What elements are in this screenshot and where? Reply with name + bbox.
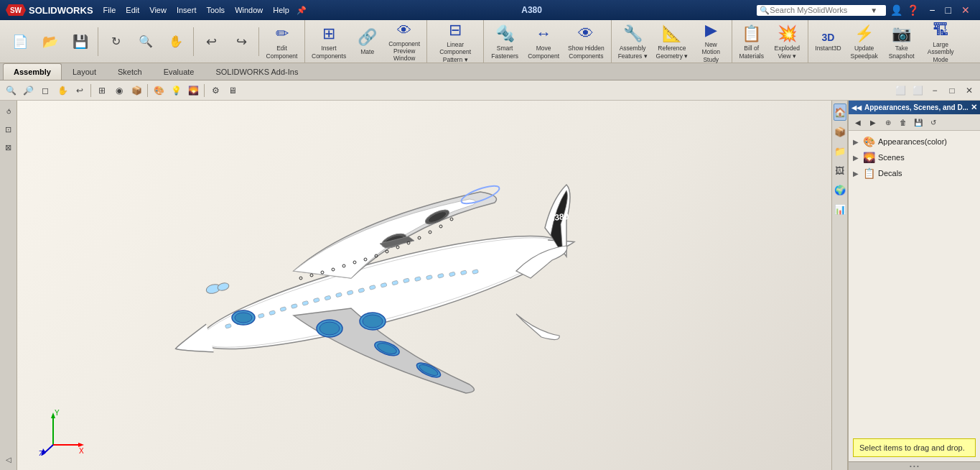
vt-zoom-previous[interactable]: ◻ [37,83,53,98]
component-preview-button[interactable]: 👁 ComponentPreviewWindow [385,19,424,65]
vt-zoom-to-fit[interactable]: 🔍 [3,83,19,98]
vt-zoom-area[interactable]: 🔎 [20,83,36,98]
pin-icon[interactable]: 📌 [297,6,307,15]
left-sidebar: ⟲ ⊡ ⊠ ◁ [0,101,17,470]
vt-view-orientation[interactable]: 📦 [129,83,144,98]
tab-layout[interactable]: Layout [62,63,107,80]
vt-display-style[interactable]: ⊞ [94,83,110,98]
vt-display-full[interactable]: 🖥 [225,83,241,98]
large-assembly-mode-button[interactable]: 🏗 LargeAssemblyMode [921,17,961,65]
vt-expand-left[interactable]: ⬜ [892,83,908,98]
left-sidebar-button-3[interactable]: ⊠ [1,139,17,155]
panel-nav-save[interactable]: 💾 [912,116,925,129]
ribbon-sep-4 [611,20,612,63]
scenes-item[interactable]: ▶ 🌄 Scenes [851,149,977,165]
tab-addins[interactable]: SOLIDWORKS Add-Ins [205,63,309,80]
insert-components-button[interactable]: ⊞ InsertComponents [308,21,350,61]
qa-new-button[interactable]: 📄 [6,24,34,60]
maximize-button[interactable]: □ [941,4,956,16]
panel-nav-refresh[interactable]: ↺ [927,116,940,129]
ribbon-sep-5 [732,20,732,63]
appearances-icon-button[interactable]: 🏠 [834,103,846,121]
tab-sketch[interactable]: Sketch [107,63,153,80]
chart-icon-button[interactable]: 📊 [834,201,846,218]
decals-item[interactable]: ▶ 📋 Decals [851,165,977,181]
qa-pan-button[interactable]: ✋ [162,24,190,60]
vt-expand-right[interactable]: ⬜ [910,83,925,98]
menu-tools[interactable]: Tools [202,4,229,16]
tooltip-text: Select items to drag and drop. [859,443,965,452]
qa-redo-button[interactable]: ↪ [227,24,256,60]
appearances-panel: ◀◀ Appearances, Scenes, and D... ✕ ◀ ▶ ⊕… [847,101,980,470]
show-hidden-button[interactable]: 👁 Show HiddenComponents [564,21,608,61]
vt-pan[interactable]: ✋ [55,83,70,98]
tab-assembly[interactable]: Assembly [3,63,62,80]
panel-nav-delete[interactable]: 🗑 [897,116,910,129]
vt-maximize-viewport[interactable]: □ [944,83,960,98]
appearances-item[interactable]: ▶ 🎨 Appearances(color) [851,134,977,149]
menu-window[interactable]: Window [230,4,267,16]
smart-fasteners-button[interactable]: 🔩 SmartFasteners [487,21,523,61]
svg-point-55 [429,231,431,234]
vt-section-view[interactable]: ◉ [111,83,127,98]
menu-insert[interactable]: Insert [172,4,201,16]
document-title: A380 [307,5,757,15]
world-icon-button[interactable]: 🌍 [834,181,846,198]
new-motion-study-button[interactable]: ▶ NewMotionStudy [693,17,729,65]
assembly-features-button[interactable]: 🔧 AssemblyFeatures ▾ [615,21,651,61]
minimize-button[interactable]: − [925,4,939,16]
vt-minimize-viewport[interactable]: − [927,83,943,98]
menu-view[interactable]: View [145,4,171,16]
menu-edit[interactable]: Edit [121,4,144,16]
help-icon[interactable]: ❓ [907,4,919,16]
left-sidebar-collapse[interactable]: ◁ [1,451,17,467]
panel-nav-up[interactable]: ⊕ [882,116,895,129]
vt-rotate[interactable]: ↩ [72,83,88,98]
panel-close-icon[interactable]: ✕ [971,103,977,112]
close-button[interactable]: ✕ [957,4,974,16]
component-preview-icon: 👁 [397,22,411,39]
take-snapshot-button[interactable]: 📷 TakeSnapshot [884,21,920,61]
search-dropdown-icon[interactable]: ▼ [870,6,877,14]
mate-button[interactable]: 🔗 Mate [351,24,383,57]
edit-component-button[interactable]: ✏ EditComponent [262,21,302,61]
vt-lights[interactable]: 💡 [168,83,184,98]
menu-help[interactable]: Help [269,4,294,16]
smart-fasteners-icon: 🔩 [495,24,515,43]
qa-zoom-button[interactable]: 🔍 [131,24,160,60]
mate-label: Mate [360,48,374,55]
left-sidebar-button-2[interactable]: ⊡ [1,121,17,137]
move-component-button[interactable]: ↔ MoveComponent [524,21,563,61]
qa-rotate-button[interactable]: ↻ [101,24,130,60]
vt-close-viewport[interactable]: ✕ [961,83,977,98]
airplane-model: A380 [150,134,617,436]
solid-icon-button[interactable]: 📦 [834,123,846,140]
linear-component-pattern-button[interactable]: ⊟ Linear Component Pattern ▾ [430,17,480,65]
update-speedpak-button[interactable]: ⚡ UpdateSpeedpak [846,21,882,61]
reference-geometry-button[interactable]: 📐 ReferenceGeometry ▾ [653,21,692,61]
vt-appearances[interactable]: 🎨 [151,83,167,98]
image-icon-button[interactable]: 🖼 [834,162,846,179]
search-input[interactable] [770,6,870,14]
panel-nav-forward[interactable]: ▶ [867,116,879,129]
folder-icon-button[interactable]: 📁 [834,142,846,160]
qa-open-button[interactable]: 📂 [36,24,65,60]
vt-scene[interactable]: 🌄 [185,83,201,98]
exploded-view-button[interactable]: 💥 ExplodedView ▾ [769,21,805,61]
qa-undo-button[interactable]: ↩ [197,24,225,60]
bill-of-materials-button[interactable]: 📋 Bill ofMaterials [735,21,767,61]
qa-save-button[interactable]: 💾 [66,24,95,60]
instant3d-button[interactable]: 3D Instant3D [811,28,844,54]
new-motion-icon: ▶ [705,21,717,40]
scenes-icon: 🌄 [863,152,875,163]
vt-sep-3 [204,84,205,97]
viewport[interactable]: A380 [17,101,831,470]
user-icon[interactable]: 👤 [890,4,902,16]
menu-file[interactable]: File [99,4,121,16]
panel-nav-back[interactable]: ◀ [851,116,864,129]
update-speedpak-icon: ⚡ [854,24,874,43]
left-sidebar-button-1[interactable]: ⟲ [1,103,17,119]
search-icon: 🔍 [760,6,770,15]
vt-settings[interactable]: ⚙ [207,83,223,98]
tab-evaluate[interactable]: Evaluate [153,63,205,80]
